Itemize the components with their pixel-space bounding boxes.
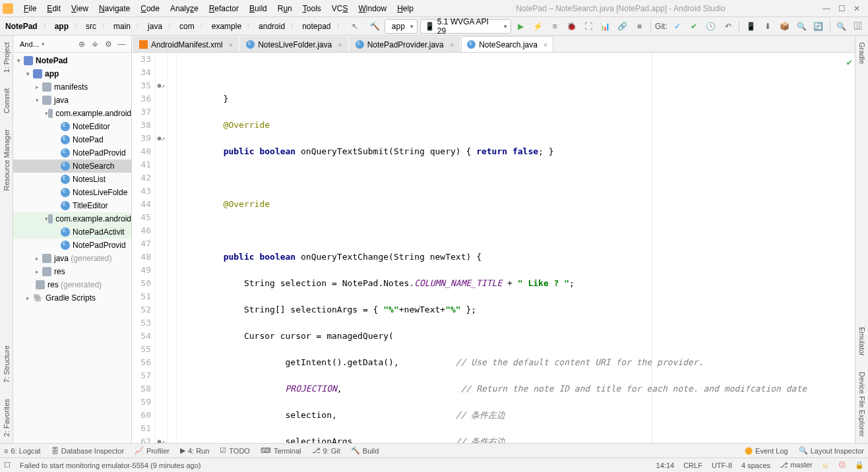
git-update-icon[interactable]: ✓ [670,19,685,34]
close-icon[interactable]: × [229,41,233,49]
apply-code-icon[interactable]: ≡ [547,19,562,34]
git-history-icon[interactable]: 🕓 [704,19,718,34]
crumb-notepad[interactable]: notepad [299,20,333,32]
tool-db[interactable]: 🗄 Database Inspector [51,447,124,455]
sdk-icon[interactable]: ⬇ [760,19,775,34]
close-icon[interactable]: × [338,41,342,49]
tab-liveholder[interactable]: NotesLiveFolder.java× [240,36,348,52]
tree-noteslive[interactable]: NotesLiveFolde [13,186,131,199]
strip-emulator[interactable]: Emulator [858,327,866,356]
code-content[interactable]: ✔ } @Override public boolean onQueryText… [177,53,855,443]
attach-icon[interactable]: 🔗 [615,19,630,34]
device-dropdown[interactable]: 📱 5.1 WVGA API 29 [420,19,511,34]
strip-structure[interactable]: 7: Structure [3,345,11,383]
tool-layoutinsp[interactable]: 🔍 Layout Inspector [799,446,864,455]
target-icon[interactable]: ⊕ [76,38,88,50]
strip-favorites[interactable]: 2: Favorites [3,399,11,436]
strip-project[interactable]: 1: Project [3,42,11,73]
status-linesep[interactable]: CRLF [683,461,702,469]
profiler-icon[interactable]: 📊 [598,19,613,34]
minimize-button[interactable]: — [822,4,830,13]
inspection-ok-icon[interactable]: ✔ [847,55,852,69]
tool-git[interactable]: ⎇ 9: Git [312,446,340,455]
menu-edit[interactable]: Edit [42,3,66,15]
crumb-src[interactable]: src [83,20,99,32]
crumb-project[interactable]: NotePad [3,20,40,32]
debug-icon[interactable]: 🐞 [565,19,579,34]
git-rollback-icon[interactable]: ↶ [721,19,735,34]
strip-resource[interactable]: Resource Manager [3,129,11,191]
status-encoding[interactable]: UTF-8 [712,461,732,469]
menu-window[interactable]: Window [353,3,392,15]
tool-profiler[interactable]: 📈 Profiler [135,446,170,455]
status-icon[interactable]: ☐ [4,461,11,469]
tree-noteeditor[interactable]: NoteEditor [13,120,131,133]
tree-noteslist[interactable]: NotesList [13,173,131,186]
status-indent[interactable]: 4 spaces [741,461,770,469]
tree-manifests[interactable]: ▸manifests [13,80,131,94]
close-icon[interactable]: × [543,41,547,49]
strip-commit[interactable]: Commit [3,88,11,113]
menu-run[interactable]: Run [272,3,297,15]
layout-icon[interactable]: 🔍 [794,19,809,34]
tool-todo[interactable]: ☑ TODO [220,446,250,455]
tree-gradle[interactable]: ▸🐘Gradle Scripts [13,291,131,305]
hide-icon[interactable]: — [115,38,127,50]
coverage-icon[interactable]: ⛶ [581,19,596,34]
tool-run[interactable]: ▶ 4: Run [180,446,209,455]
crumb-com[interactable]: com [177,20,197,32]
apply-changes-icon[interactable]: ⚡ [530,19,545,34]
maximize-button[interactable]: ☐ [838,4,846,13]
search-icon[interactable]: 🔍 [834,19,849,34]
sidebar-mode[interactable]: And... [20,40,39,48]
close-icon[interactable]: × [450,41,454,49]
run-button[interactable]: ▶ [514,19,528,34]
menu-help[interactable]: Help [392,3,419,15]
menu-code[interactable]: Code [135,3,165,15]
menu-refactor[interactable]: Refactor [204,3,244,15]
gear-icon[interactable]: ⚙ [102,38,114,50]
frown-icon[interactable]: ☹ [838,461,846,469]
tree-notepadact[interactable]: NotePadActivit [13,225,131,239]
strip-devfiles[interactable]: Device File Explorer [858,372,866,436]
crumb-java[interactable]: java [145,20,165,32]
menu-tools[interactable]: Tools [297,3,326,15]
sync-icon[interactable]: 🔄 [811,19,826,34]
collapse-icon[interactable]: ≑ [89,38,101,50]
strip-gradle[interactable]: Gradle [858,42,866,64]
tree-titleeditor[interactable]: TitleEditor [13,199,131,212]
tool-eventlog[interactable]: ⬤ Event Log [745,446,788,455]
lock-icon[interactable]: 🔒 [855,461,864,469]
tree-javagen[interactable]: ▸java (generated) [13,252,131,265]
tree-notepadprov2[interactable]: NotePadProvid [13,239,131,252]
crumb-example[interactable]: example [209,20,244,32]
smile-icon[interactable]: ☺ [822,461,829,469]
tree-root[interactable]: ▾NotePad [13,54,131,67]
tab-manifest[interactable]: AndroidManifest.xml× [133,36,239,52]
status-branch[interactable]: ⎇ master [780,461,813,469]
stop-icon[interactable]: ■ [632,19,646,34]
tool-terminal[interactable]: ⌨ Terminal [261,446,301,455]
tool-logcat[interactable]: ≡ 6: Logcat [4,447,41,455]
tree-java[interactable]: ▾java [13,94,131,107]
crumb-main[interactable]: main [111,20,133,32]
menu-analyze[interactable]: Analyze [165,3,204,15]
avd-icon[interactable]: 📱 [743,19,758,34]
close-button[interactable]: ✕ [853,4,860,13]
tree-pkg2[interactable]: ▾com.example.android [13,212,131,225]
menu-view[interactable]: View [66,3,94,15]
crumb-app[interactable]: app [52,20,71,32]
tree-resgen[interactable]: res (generated) [13,278,131,291]
git-commit-icon[interactable]: ✔ [687,19,701,34]
fold-column[interactable] [168,53,177,443]
run-config-dropdown[interactable]: app [385,19,418,34]
tree-notepadprov1[interactable]: NotePadProvid [13,146,131,160]
crumb-android[interactable]: android [256,20,288,32]
hammer-icon[interactable]: 🔨 [367,19,382,34]
settings-icon[interactable]: ⿲ [851,19,865,34]
menu-build[interactable]: Build [244,3,272,15]
tool-build[interactable]: 🔨 Build [351,446,379,455]
code-editor[interactable]: 3334353637383940414243444546474849505152… [132,53,855,443]
tree-notepad[interactable]: NotePad [13,133,131,146]
tree-res[interactable]: ▸res [13,265,131,278]
